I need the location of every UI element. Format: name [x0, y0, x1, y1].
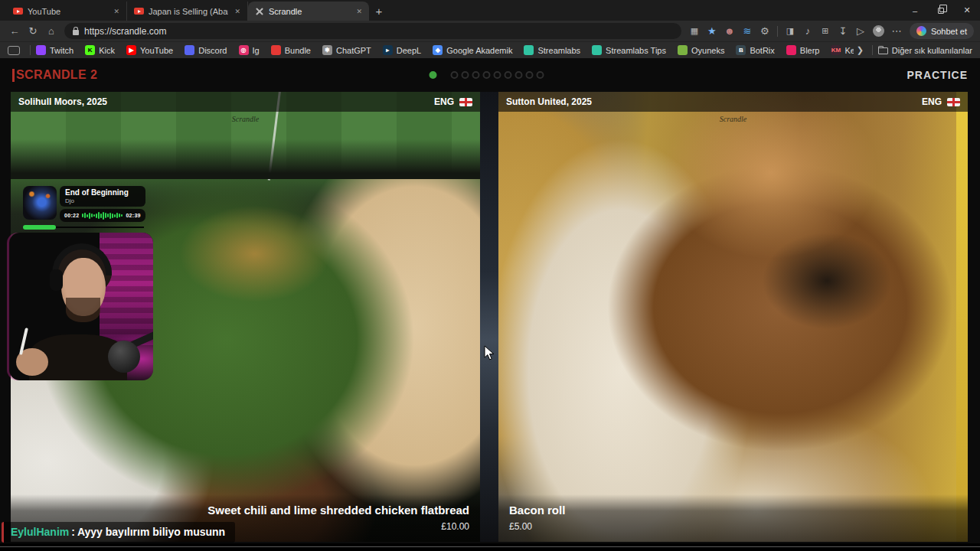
padlock-icon [73, 30, 79, 35]
share-icon[interactable]: ▷ [852, 21, 869, 41]
copilot-button[interactable]: Sohbet et [910, 23, 974, 39]
bookmark-item[interactable]: KKick [85, 45, 115, 55]
progress-dot [515, 71, 523, 79]
bookmark-favicon: ✱ [322, 45, 332, 55]
bookmark-item[interactable]: Blerp [786, 45, 820, 55]
watermark: Scrandle [498, 115, 968, 123]
close-button[interactable]: ✕ [954, 0, 980, 21]
collections-icon[interactable] [8, 46, 20, 55]
bookmark-favicon: ◎ [239, 45, 249, 55]
progress-dot [505, 71, 512, 79]
extension-icon[interactable]: ☻ [721, 21, 738, 41]
bookmark-favicon: K [85, 45, 95, 55]
bookmark-favicon: ▸ [383, 45, 393, 55]
bookmark-label: BotRix [750, 46, 774, 55]
browser-essentials-icon[interactable]: ⊞ [817, 21, 834, 41]
bookmark-item[interactable]: ▶YouTube [126, 45, 173, 55]
bookmark-favicon: KM [831, 45, 841, 55]
address-bar[interactable]: https://scrandle.com [64, 23, 681, 39]
club-name: Sutton United, 2025 [506, 96, 592, 107]
bookmark-item[interactable]: Discord [185, 45, 227, 55]
bookmark-label: Kick [99, 46, 115, 55]
england-flag-icon [947, 98, 960, 106]
card-caption-right: Bacon roll £5.00 [498, 494, 968, 542]
music-player-overlay: End of Beginning Djo 00:22 02:39 [23, 186, 144, 230]
bookmark-favicon [524, 45, 534, 55]
round-progress-dots [430, 71, 544, 79]
read-aloud-icon[interactable]: ≋ [739, 21, 756, 41]
bookmark-item[interactable]: BBotRix [736, 45, 774, 55]
home-icon[interactable]: ⌂ [43, 21, 60, 41]
window-bottom-edge [0, 543, 980, 551]
progress-dot [494, 71, 501, 79]
headphone-cup [50, 269, 63, 291]
tab-actions-icon[interactable]: ▦ [686, 21, 703, 41]
minimize-icon: – [913, 6, 917, 15]
track-progress-bar [23, 225, 144, 230]
bookmark-item[interactable]: Streamlabs [524, 45, 580, 55]
bookmark-item[interactable]: Oyuneks [678, 45, 724, 55]
bookmark-label: Twitch [50, 46, 74, 55]
other-favorites-label: Diğer sık kullanılanlar [892, 46, 972, 55]
bookmarks-overflow-icon[interactable]: ❯ [854, 45, 867, 55]
bookmark-item[interactable]: ◎Ig [239, 45, 260, 55]
restore-button[interactable] [928, 0, 954, 21]
chat-message-text: Ayyy bayılırım biliyo musunn [77, 526, 225, 538]
game-title: SCRANDLE 2 [16, 68, 97, 82]
logo-caret [12, 69, 15, 82]
favorite-star-icon[interactable]: ★ [704, 21, 720, 41]
bookmark-item[interactable]: Streamlabs Tips [592, 45, 666, 55]
card-header-right: Sutton United, 2025 ENG [498, 92, 968, 112]
pitch-fade [11, 139, 480, 179]
club-name: Solihull Moors, 2025 [18, 96, 107, 107]
bookmark-label: Bundle [285, 46, 311, 55]
tab-close-icon[interactable]: ✕ [354, 8, 362, 15]
bookmarks-divider [30, 45, 31, 55]
watermark: Scrandle [11, 115, 480, 123]
minimize-button[interactable]: – [902, 0, 928, 21]
browser-tab[interactable]: Japan is Selling (Abandoned) Hou✕ [127, 2, 248, 21]
bookmark-item[interactable]: KMKeymailer [831, 45, 853, 55]
new-tab-icon: + [376, 5, 383, 18]
tab-close-icon[interactable]: ✕ [233, 8, 240, 15]
bookmark-label: YouTube [140, 46, 173, 55]
food-item-name: Sweet chili and lime shredded chicken fl… [21, 504, 469, 517]
progress-dot [526, 71, 534, 79]
media-icon[interactable]: ♪ [799, 21, 816, 41]
back-icon[interactable]: ← [6, 21, 23, 41]
copilot-label: Sohbet et [931, 27, 967, 36]
more-menu-icon[interactable]: ⋯ [888, 21, 905, 41]
bookmark-label: DeepL [397, 46, 421, 55]
bookmark-favicon [185, 45, 194, 55]
bookmark-item[interactable]: ✱ChatGPT [322, 45, 371, 55]
other-favorites-folder[interactable]: Diğer sık kullanılanlar [878, 46, 972, 55]
bookmark-item[interactable]: ▸DeepL [383, 45, 421, 55]
food-card-right[interactable]: Sutton United, 2025 ENG Scrandle Bacon r… [498, 92, 968, 542]
scrandle-page: SCRANDLE 2 PRACTICE Solihull Moors, 2025… [0, 58, 980, 543]
profile-avatar[interactable] [873, 25, 884, 37]
browser-tab[interactable]: Scrandle✕ [248, 2, 369, 21]
progress-dot [462, 71, 469, 79]
browser-window: YouTube✕Japan is Selling (Abandoned) Hou… [0, 0, 980, 551]
bookmark-item[interactable]: ◆Google Akademik [433, 45, 512, 55]
tab-close-icon[interactable]: ✕ [112, 8, 119, 15]
album-art [23, 186, 57, 220]
bookmark-item[interactable]: Twitch [36, 45, 74, 55]
bookmark-favicon: B [736, 45, 746, 55]
youtube-favicon [134, 8, 144, 15]
track-title: End of Beginning [65, 188, 140, 197]
new-tab-button[interactable]: + [369, 2, 389, 21]
refresh-icon[interactable]: ↻ [24, 21, 41, 41]
progress-dot [483, 71, 491, 79]
bookmark-label: Streamlabs Tips [606, 46, 666, 55]
settings-gear-icon[interactable]: ⚙ [756, 21, 773, 41]
chat-username: EylulHanim [11, 526, 69, 538]
bookmark-favicon [36, 45, 46, 55]
progress-dot [451, 71, 459, 79]
bookmark-item[interactable]: Bundle [271, 45, 311, 55]
downloads-icon[interactable]: ↧ [835, 21, 851, 41]
split-screen-icon[interactable]: ◨ [782, 21, 799, 41]
track-info: End of Beginning Djo [60, 186, 145, 207]
bookmark-label: Streamlabs [537, 46, 580, 55]
browser-tab[interactable]: YouTube✕ [6, 2, 127, 21]
